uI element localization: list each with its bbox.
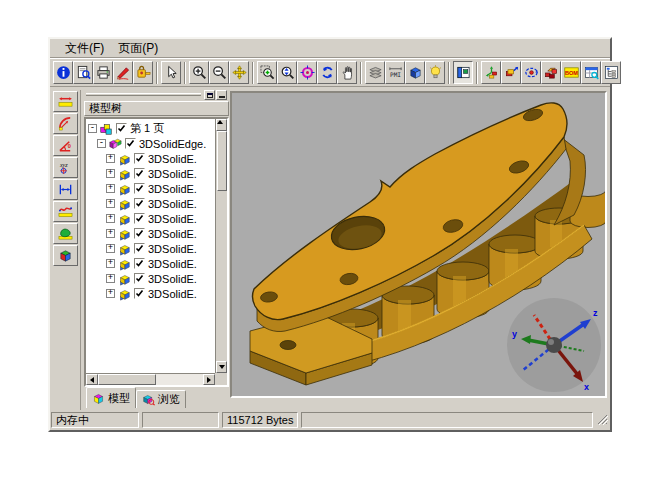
tree-item-label[interactable]: 3DSolidE. (148, 288, 197, 300)
tree-expander[interactable]: - (97, 139, 106, 148)
tree-checkbox[interactable] (134, 228, 145, 239)
tree-item-label[interactable]: 3DSolidE. (148, 168, 197, 180)
tree-checkbox[interactable] (125, 138, 136, 149)
measure-curve-length-button[interactable] (53, 201, 78, 222)
menu-item-page[interactable]: 页面(P) (111, 38, 165, 59)
tree-expander[interactable]: - (88, 124, 97, 133)
tree-checkbox[interactable] (134, 258, 145, 269)
desktop: { "menu_bar": { "items": [ {"label": "文件… (0, 0, 660, 477)
measure-volume-button[interactable] (53, 245, 78, 266)
part-cube-icon (117, 182, 131, 196)
markup-pen-button[interactable] (113, 61, 133, 84)
tree-expander[interactable]: + (106, 184, 115, 193)
panel-grip-bar[interactable] (84, 90, 229, 101)
measure-area-button[interactable] (53, 223, 78, 244)
tree-item-label[interactable]: 3DSolidE. (148, 228, 197, 240)
measure-gap-button[interactable] (53, 179, 78, 200)
panel-float-button[interactable] (204, 90, 215, 100)
pan-axes-button[interactable] (229, 61, 249, 84)
pmi-button[interactable]: PMI (385, 61, 405, 84)
select-button[interactable] (161, 61, 181, 84)
tab-model[interactable]: 模型 (86, 387, 136, 408)
zoom-in-button[interactable] (189, 61, 209, 84)
tree-expander[interactable]: + (106, 289, 115, 298)
tab-browse[interactable]: 浏览 (136, 390, 186, 408)
part-cube-icon (117, 272, 131, 286)
tree-item-label[interactable]: 3DSolidEdge. (139, 138, 206, 150)
pmi-icon: PMI (388, 65, 403, 80)
measure-angle-button[interactable]: 0 (53, 135, 78, 156)
refresh-view-button[interactable] (317, 61, 337, 84)
tree-item-label[interactable]: 3DSolidE. (148, 273, 197, 285)
tree-item-label[interactable]: 3DSolidE. (148, 258, 197, 270)
menu-item-file[interactable]: 文件(F) (58, 38, 111, 59)
dynamic-zoom-button[interactable] (277, 61, 297, 84)
scroll-left-button[interactable] (86, 374, 98, 385)
tree-expander[interactable]: + (106, 229, 115, 238)
part-cube-icon (117, 197, 131, 211)
y-axis-label: y (512, 329, 517, 339)
tree-item-label[interactable]: 3DSolidE. (148, 153, 197, 165)
structure-list-button[interactable] (601, 61, 621, 84)
part-cube-icon (117, 152, 131, 166)
print-button[interactable] (93, 61, 113, 84)
tree-checkbox[interactable] (134, 153, 145, 164)
tree-expander[interactable]: + (106, 199, 115, 208)
render-mode-button[interactable] (405, 61, 425, 84)
viewport[interactable]: z x y (230, 91, 607, 398)
orbit-button[interactable] (297, 61, 317, 84)
tree-checkbox[interactable] (116, 123, 127, 134)
measure-distance-button[interactable] (53, 91, 78, 112)
panel-hide-button[interactable] (216, 90, 227, 100)
tree-item-label[interactable]: 3DSolidE. (148, 213, 197, 225)
tree-checkbox[interactable] (134, 198, 145, 209)
move-part-icon (504, 65, 519, 80)
layers-button[interactable] (365, 61, 385, 84)
report-button[interactable] (581, 61, 601, 84)
bom-button[interactable]: BOM (561, 61, 581, 84)
resize-grip[interactable] (596, 413, 608, 427)
move-part-button[interactable] (501, 61, 521, 84)
arrow-down-icon (219, 365, 225, 369)
tree-expander[interactable]: + (106, 169, 115, 178)
tree-expander[interactable]: + (106, 244, 115, 253)
info-button[interactable] (53, 61, 73, 84)
tree-checkbox[interactable] (134, 273, 145, 284)
tree-checkbox[interactable] (134, 243, 145, 254)
tree-expander[interactable]: + (106, 214, 115, 223)
horizontal-scroll-thumb[interactable] (98, 374, 156, 385)
measure-radius-button[interactable] (53, 113, 78, 134)
measure-coordinate-button[interactable]: xyz (53, 157, 78, 178)
axis-navigator[interactable]: z x y (504, 295, 604, 395)
lighting-button[interactable] (425, 61, 445, 84)
zoom-out-button[interactable] (209, 61, 229, 84)
scroll-down-button[interactable] (216, 361, 227, 373)
tree-expander[interactable]: + (106, 274, 115, 283)
tree-expander[interactable]: + (106, 154, 115, 163)
tree-checkbox[interactable] (134, 168, 145, 179)
measure-radius-icon (58, 116, 73, 131)
tree-horizontal-scrollbar[interactable] (86, 373, 215, 385)
security-key-button[interactable] (133, 61, 153, 84)
tree-vertical-scrollbar[interactable] (215, 119, 227, 373)
tree-item-label[interactable]: 3DSolidE. (148, 198, 197, 210)
tree-item-label[interactable]: 3DSolidE. (148, 183, 197, 195)
print-preview-button[interactable] (73, 61, 93, 84)
tree-expander[interactable]: + (106, 259, 115, 268)
tree-item-label[interactable]: 3DSolidE. (148, 243, 197, 255)
assembly-tools-button[interactable] (481, 61, 501, 84)
explode-view-button[interactable] (541, 61, 561, 84)
tree-checkbox[interactable] (134, 288, 145, 299)
tree-checkbox[interactable] (134, 183, 145, 194)
pan-hand-button[interactable] (337, 61, 357, 84)
zoom-window-button[interactable] (257, 61, 277, 84)
rotate-part-button[interactable] (521, 61, 541, 84)
scroll-up-button[interactable] (216, 119, 227, 131)
horizontal-scroll-track[interactable] (156, 374, 203, 385)
tree-item-label[interactable]: 第 1 页 (130, 121, 164, 136)
panel-grip[interactable] (86, 93, 201, 96)
model-tree-toggle-button[interactable] (453, 61, 473, 84)
vertical-scroll-thumb[interactable] (217, 131, 227, 191)
scroll-right-button[interactable] (203, 374, 215, 385)
tree-checkbox[interactable] (134, 213, 145, 224)
